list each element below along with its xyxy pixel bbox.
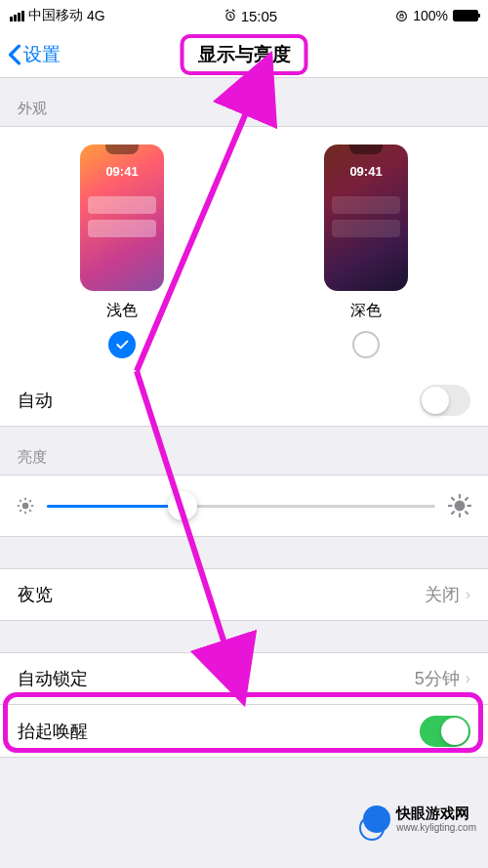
night-shift-value: 关闭 <box>425 583 460 606</box>
watermark-logo-icon <box>363 806 390 833</box>
svg-rect-2 <box>400 15 403 18</box>
sun-large-icon <box>447 493 472 518</box>
svg-point-3 <box>22 503 29 510</box>
auto-row[interactable]: 自动 <box>0 374 488 427</box>
night-shift-label: 夜览 <box>18 583 53 606</box>
chevron-left-icon <box>8 44 21 65</box>
appearance-option-dark[interactable]: 09:41 深色 <box>324 145 408 358</box>
light-mode-preview: 09:41 <box>80 145 164 291</box>
appearance-option-light[interactable]: 09:41 浅色 <box>80 145 164 358</box>
dark-label: 深色 <box>350 301 382 321</box>
brightness-slider-row <box>0 475 488 537</box>
svg-line-8 <box>20 500 21 502</box>
svg-line-17 <box>451 497 454 500</box>
status-right: 100% <box>395 8 478 23</box>
night-shift-row[interactable]: 夜览 关闭 › <box>0 568 488 621</box>
watermark-en: www.kyligting.com <box>396 822 476 833</box>
raise-to-wake-label: 抬起唤醒 <box>18 720 88 743</box>
raise-to-wake-row[interactable]: 抬起唤醒 <box>0 705 488 758</box>
auto-lock-label: 自动锁定 <box>18 667 88 690</box>
battery-icon <box>453 10 478 21</box>
auto-label: 自动 <box>18 389 53 412</box>
network-type: 4G <box>87 8 105 23</box>
status-left: 中国移动 4G <box>10 7 105 24</box>
carrier: 中国移动 <box>28 7 83 24</box>
status-time: 15:05 <box>241 8 278 24</box>
svg-line-18 <box>465 511 468 514</box>
chevron-right-icon: › <box>466 670 470 687</box>
svg-line-9 <box>29 510 31 512</box>
auto-lock-row[interactable]: 自动锁定 5分钟 › <box>0 652 488 705</box>
page-title: 显示与亮度 <box>181 34 308 75</box>
svg-point-12 <box>455 501 466 512</box>
radio-unchecked-icon[interactable] <box>352 331 380 358</box>
svg-line-10 <box>20 510 21 512</box>
rotation-lock-icon <box>395 10 408 22</box>
back-label: 设置 <box>23 42 61 67</box>
brightness-slider[interactable] <box>47 505 435 508</box>
status-bar: 中国移动 4G 15:05 100% <box>0 0 488 31</box>
radio-checked-icon[interactable] <box>108 331 136 358</box>
back-button[interactable]: 设置 <box>0 42 61 67</box>
chevron-right-icon: › <box>466 586 470 603</box>
svg-line-19 <box>451 511 454 514</box>
auto-switch[interactable] <box>420 385 470 416</box>
signal-icon <box>10 11 24 21</box>
appearance-row: 09:41 浅色 09:41 深色 <box>0 126 488 374</box>
sun-small-icon <box>16 496 35 516</box>
alarm-icon <box>224 9 237 22</box>
light-label: 浅色 <box>106 301 138 321</box>
status-center: 15:05 <box>224 8 278 24</box>
brightness-header: 亮度 <box>0 427 488 475</box>
raise-to-wake-switch[interactable] <box>420 716 470 747</box>
svg-line-11 <box>29 500 31 502</box>
dark-mode-preview: 09:41 <box>324 145 408 291</box>
battery-percent: 100% <box>413 8 448 23</box>
auto-lock-value: 5分钟 <box>415 667 460 690</box>
watermark: 快眼游戏网 www.kyligting.com <box>363 806 476 833</box>
slider-thumb[interactable] <box>168 491 197 520</box>
svg-point-1 <box>397 11 407 21</box>
watermark-cn: 快眼游戏网 <box>396 806 476 822</box>
appearance-header: 外观 <box>0 78 488 126</box>
svg-line-20 <box>465 497 468 500</box>
nav-bar: 设置 显示与亮度 <box>0 31 488 78</box>
